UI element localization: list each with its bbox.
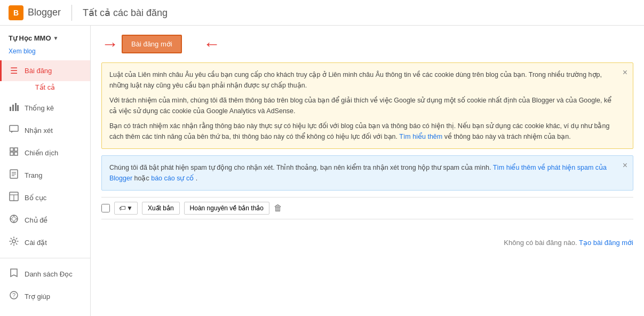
sidebar-bottom-section: Danh sách Đọc ? Trợ giúp <box>0 258 90 307</box>
sidebar-item-thong-ke[interactable]: Thống kê <box>0 97 90 119</box>
sidebar-item-nhan-xet[interactable]: Nhận xét <box>0 119 90 141</box>
sidebar-item-chu-de-label: Chủ đề <box>25 216 47 224</box>
sidebar-item-chien-dich-label: Chiến dịch <box>25 149 58 157</box>
sidebar-item-tro-giup[interactable]: ? Trợ giúp <box>0 285 90 307</box>
posts-toolbar: 🏷 ▼ Xuất bản Hoàn nguyên về bản thảo 🗑 <box>101 197 633 219</box>
svg-rect-1 <box>12 105 14 111</box>
alert-spam-text: Chúng tôi đã bật phát hiện spam tự động … <box>109 162 617 184</box>
alert-eu-close-button[interactable]: × <box>623 68 627 77</box>
sidebar-item-cai-dat[interactable]: Cài đặt <box>0 231 90 254</box>
revert-draft-button[interactable]: Hoàn nguyên về bản thảo <box>184 202 269 215</box>
svg-rect-6 <box>14 148 18 151</box>
sidebar-item-cai-dat-label: Cài đặt <box>25 239 47 247</box>
sidebar-item-thong-ke-label: Thống kê <box>25 104 54 112</box>
sidebar-item-trang[interactable]: Trang <box>0 164 90 186</box>
comments-icon <box>9 124 19 136</box>
svg-rect-7 <box>10 152 13 155</box>
alert-eu-text1: Luật của Liên minh châu Âu yêu cầu bạn c… <box>109 69 617 91</box>
svg-point-17 <box>12 240 15 243</box>
delete-icon[interactable]: 🗑 <box>274 203 282 213</box>
alert-spam: × Chúng tôi đã bật phát hiện spam tự độn… <box>101 155 633 191</box>
sidebar-item-tro-giup-label: Trợ giúp <box>25 293 50 301</box>
label-dropdown-arrow: ▼ <box>126 204 133 212</box>
sidebar-item-trang-label: Trang <box>25 171 42 179</box>
svg-rect-4 <box>10 125 18 131</box>
svg-rect-5 <box>10 148 13 151</box>
header-divider <box>71 5 72 21</box>
app-name: Blogger <box>28 7 61 18</box>
sidebar-item-bo-cuc-label: Bố cục <box>25 194 46 202</box>
sidebar-item-bo-cuc[interactable]: Bố cục <box>0 186 90 209</box>
sidebar-item-chu-de[interactable]: Chủ đề <box>0 209 90 231</box>
posts-icon: ☰ <box>9 66 19 76</box>
sidebar-item-chien-dich[interactable]: Chiến dịch <box>0 141 90 164</box>
select-all-checkbox[interactable] <box>101 204 110 212</box>
sidebar-item-bai-dang[interactable]: ☰ Bài đăng <box>0 60 90 81</box>
sidebar-item-nhan-xet-label: Nhận xét <box>25 127 53 135</box>
label-icon: 🏷 <box>119 204 125 212</box>
alert-eu-learn-more-link[interactable]: Tìm hiểu thêm <box>399 133 442 140</box>
alert-eu-text3: Bạn có trách nhiệm xác nhận rằng thông b… <box>109 121 617 142</box>
svg-rect-3 <box>17 105 19 111</box>
svg-rect-0 <box>10 107 11 111</box>
svg-rect-2 <box>15 103 17 111</box>
arrow-left-annotation: → <box>101 34 118 54</box>
blogger-icon: B <box>9 5 23 20</box>
content-area: → Bài đăng mới ← × Luật của Liên minh ch… <box>91 26 644 316</box>
blog-selector[interactable]: Tự Học MMO ▼ <box>0 30 90 46</box>
create-new-post-link[interactable]: Tạo bài đăng mới <box>579 239 633 247</box>
sidebar-sub-tat-ca[interactable]: Tất cả <box>0 81 90 97</box>
alert-eu-text2: Với trách nhiệm của mình, chúng tôi đã t… <box>109 95 617 116</box>
campaign-icon <box>9 147 19 159</box>
help-icon: ? <box>9 290 19 302</box>
settings-icon <box>9 236 19 248</box>
view-blog-link[interactable]: Xem blog <box>0 46 90 60</box>
label-button[interactable]: 🏷 ▼ <box>114 202 138 215</box>
layout-icon <box>9 192 19 203</box>
blog-name: Tự Học MMO <box>9 34 51 42</box>
new-post-area: → Bài đăng mới ← <box>101 34 633 54</box>
svg-text:?: ? <box>12 292 15 298</box>
theme-icon <box>9 214 19 226</box>
sidebar: Tự Học MMO ▼ Xem blog ☰ Bài đăng Tất cả … <box>0 26 91 316</box>
pages-icon <box>9 169 19 181</box>
main-layout: Tự Học MMO ▼ Xem blog ☰ Bài đăng Tất cả … <box>0 26 644 316</box>
sidebar-item-danh-sach-doc-label: Danh sách Đọc <box>25 270 73 278</box>
arrow-right-annotation: ← <box>203 34 220 54</box>
alert-spam-close-button[interactable]: × <box>623 161 627 170</box>
sidebar-item-danh-sach-doc[interactable]: Danh sách Đọc <box>0 263 90 285</box>
new-post-button[interactable]: Bài đăng mới <box>122 35 182 53</box>
header: B Blogger Tất cả các bài đăng <box>0 0 644 26</box>
alert-eu-cookie: × Luật của Liên minh châu Âu yêu cầu bạn… <box>101 62 633 149</box>
reading-list-icon <box>9 268 19 280</box>
empty-state: Không có bài đăng nào. Tạo bài đăng mới <box>101 228 633 257</box>
alert-spam-report-link[interactable]: báo cáo sự cố <box>151 175 194 182</box>
page-title: Tất cả các bài đăng <box>83 7 168 19</box>
dropdown-arrow-icon: ▼ <box>53 35 59 41</box>
header-logo[interactable]: B Blogger <box>9 5 61 20</box>
stats-icon <box>9 102 19 114</box>
svg-point-16 <box>10 215 18 223</box>
svg-rect-8 <box>14 152 18 155</box>
empty-state-text: Không có bài đăng nào. <box>504 239 577 247</box>
publish-button[interactable]: Xuất bản <box>142 202 180 215</box>
tat-ca-label: Tất cả <box>35 83 55 91</box>
sidebar-item-bai-dang-label: Bài đăng <box>25 67 52 75</box>
